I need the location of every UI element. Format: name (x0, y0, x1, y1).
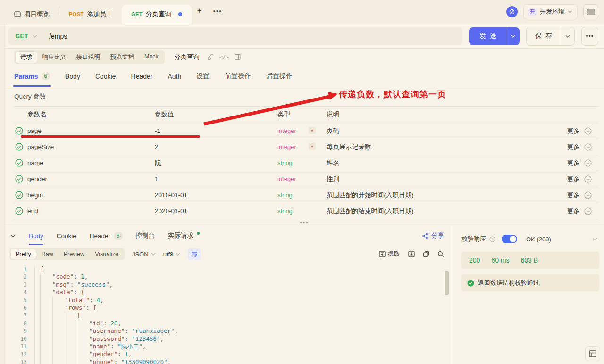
help-icon[interactable]: ? (489, 236, 495, 242)
remove-param-icon[interactable] (584, 143, 592, 151)
menu-button[interactable] (583, 4, 598, 19)
response-tab[interactable]: Cookie (57, 226, 76, 245)
param-more-link[interactable]: 更多 (567, 143, 579, 151)
view-mode-tab[interactable]: Visualize (90, 249, 123, 259)
tab-add-employee[interactable]: POST 添加员工 (59, 5, 122, 24)
param-more-link[interactable]: 更多 (567, 207, 579, 215)
send-options-arrow[interactable] (506, 27, 520, 45)
param-enabled-checkbox[interactable] (14, 175, 27, 183)
response-tab[interactable]: Body (29, 226, 43, 245)
link-icon[interactable] (207, 54, 214, 60)
param-value[interactable]: 1 (155, 175, 277, 182)
param-name[interactable]: name (27, 159, 155, 166)
param-more-link[interactable]: 更多 (567, 175, 579, 183)
tab-label: 添加员工 (87, 10, 112, 18)
editor-scrollbar[interactable] (445, 271, 449, 295)
method-selector[interactable]: GET (15, 33, 28, 40)
param-tab[interactable]: Header (131, 66, 153, 87)
tab-project-overview[interactable]: 项目概览 (5, 5, 59, 24)
param-description[interactable]: 页码 (327, 127, 562, 135)
tab-overflow-button[interactable]: ••• (208, 7, 228, 15)
code-icon[interactable]: </> (219, 54, 229, 60)
mode-tab[interactable]: 响应定义 (38, 52, 71, 63)
encoding-selector[interactable]: utf8 (163, 251, 181, 258)
mode-tab[interactable]: 预览文档 (106, 52, 139, 63)
save-options-arrow[interactable] (561, 27, 574, 45)
param-enabled-checkbox[interactable] (14, 143, 27, 151)
remove-param-icon[interactable] (584, 191, 592, 199)
param-value[interactable]: 阮 (155, 159, 277, 167)
param-value[interactable]: 2010-01-01 (155, 191, 277, 199)
param-more-link[interactable]: 更多 (567, 191, 579, 199)
response-tab[interactable]: 实际请求 (168, 226, 200, 245)
view-mode-tab[interactable]: Pretty (11, 249, 36, 259)
copy-button[interactable] (423, 251, 429, 257)
url-input[interactable]: /emps (49, 33, 67, 40)
validation-toggle[interactable] (502, 235, 517, 243)
param-description[interactable]: 性别 (327, 175, 562, 183)
param-tab[interactable]: Auth (168, 66, 181, 87)
view-mode-tab[interactable]: Preview (59, 249, 89, 259)
side-panel-icon[interactable] (235, 54, 241, 60)
download-button[interactable] (408, 251, 415, 257)
param-enabled-checkbox[interactable] (14, 207, 27, 215)
mode-tab[interactable]: 请求 (16, 52, 37, 63)
param-description[interactable]: 范围匹配的结束时间(入职日期) (327, 207, 562, 215)
param-enabled-checkbox[interactable] (14, 191, 27, 199)
param-value[interactable]: 2 (155, 143, 277, 150)
remove-param-icon[interactable] (584, 159, 592, 167)
chevron-down-icon[interactable] (592, 238, 597, 241)
search-button[interactable] (437, 251, 444, 257)
new-tab-button[interactable]: + (192, 6, 208, 16)
extract-button[interactable]: 提取 (379, 250, 400, 258)
mode-tab[interactable]: 接口说明 (72, 52, 105, 63)
network-check-button[interactable] (506, 6, 518, 17)
param-value[interactable]: 2020-01-01 (155, 207, 277, 215)
param-tab[interactable]: 后置操作 (266, 66, 293, 87)
line-number: 13 (5, 358, 35, 364)
param-value[interactable]: -1 (155, 127, 277, 134)
param-description[interactable]: 姓名 (327, 159, 562, 167)
response-tab[interactable]: 控制台 (136, 226, 155, 245)
drag-handle-icon[interactable]: ••• (300, 219, 309, 226)
format-selector[interactable]: JSON (132, 251, 156, 258)
word-wrap-button[interactable] (188, 248, 201, 260)
tab-page-query-active[interactable]: GET 分页查询 (122, 5, 192, 24)
collapsed-sidebar-strip[interactable] (0, 24, 5, 364)
collapse-response-icon[interactable] (10, 234, 16, 238)
param-description[interactable]: 每页展示记录数 (327, 143, 562, 151)
remove-param-icon[interactable] (584, 127, 592, 135)
environment-selector[interactable]: 开 开发环境 (523, 4, 578, 19)
view-mode-tab[interactable]: Raw (37, 249, 58, 259)
param-name[interactable]: page (27, 127, 155, 134)
param-enabled-checkbox[interactable] (14, 159, 27, 167)
request-more-button[interactable]: ••• (581, 27, 598, 46)
param-name[interactable]: end (27, 207, 155, 215)
response-tab[interactable]: Header 5 (90, 226, 123, 245)
param-name[interactable]: begin (27, 191, 155, 199)
param-name[interactable]: gender (27, 175, 155, 182)
url-input-box[interactable]: GET /emps (8, 27, 462, 45)
param-tab[interactable]: Body (65, 66, 80, 87)
remove-param-icon[interactable] (584, 175, 592, 183)
share-button[interactable]: 分享 (422, 232, 444, 240)
response-body-editor[interactable]: 1 { 2 "code": 1, 3 "msg": "success", 4 "… (5, 263, 451, 364)
send-button[interactable]: 发送 (469, 27, 520, 45)
remove-param-icon[interactable] (584, 207, 592, 215)
param-description[interactable]: 范围匹配的开始时间(入职日期) (327, 191, 562, 199)
save-button[interactable]: 保存 (526, 27, 575, 46)
layout-toggle-button[interactable] (585, 346, 600, 361)
param-name[interactable]: pageSize (27, 143, 155, 150)
param-enabled-checkbox[interactable] (14, 127, 27, 135)
param-tab[interactable]: 设置 (196, 66, 210, 87)
param-tab[interactable]: Cookie (95, 66, 116, 87)
panel-splitter[interactable]: ••• (5, 219, 604, 226)
param-tab[interactable]: Params 6 (14, 66, 50, 87)
param-more-link[interactable]: 更多 (567, 159, 579, 167)
validation-result-text: 返回数据结构校验通过 (478, 279, 539, 287)
endpoint-name: 分页查询 (174, 53, 200, 61)
mode-tab[interactable]: Mock (140, 52, 163, 63)
param-tab[interactable]: 前置操作 (225, 66, 251, 87)
param-more-link[interactable]: 更多 (567, 127, 579, 135)
chevron-down-icon (33, 35, 37, 38)
